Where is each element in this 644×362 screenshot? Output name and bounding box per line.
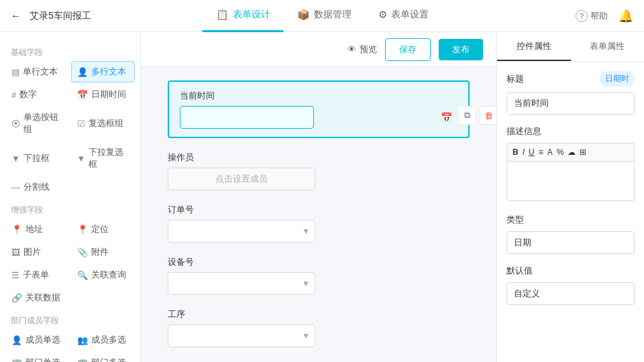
preview-icon: 👁 bbox=[347, 44, 356, 54]
order-no-select[interactable] bbox=[168, 220, 315, 243]
tab-widget-props[interactable]: 控件属性 bbox=[497, 32, 571, 61]
help-button[interactable]: ? 帮助 bbox=[576, 10, 608, 22]
multi-text-icon: 👤 bbox=[77, 67, 88, 77]
sidebar-item-image[interactable]: 🖼 图片 bbox=[5, 241, 70, 263]
bold-button[interactable]: B bbox=[513, 147, 519, 157]
device-no-label: 设备号 bbox=[168, 256, 470, 268]
enhanced-fields-title: 增强字段 bbox=[5, 200, 135, 219]
location-icon: 📍 bbox=[77, 225, 88, 235]
operator-label: 操作员 bbox=[168, 152, 470, 164]
sidebar: 基础字段 ▤ 单行文本 👤 多行文本 # 数字 📅 日期时间 bbox=[0, 32, 141, 362]
basic-fields-grid: ▤ 单行文本 👤 多行文本 # 数字 📅 日期时间 ⦿ 单选按钮组 bbox=[5, 61, 135, 198]
nav-right-actions: ? 帮助 🔔 bbox=[576, 9, 633, 23]
assoc-query-icon: 🔍 bbox=[77, 270, 88, 280]
datetime-icon: 📅 bbox=[77, 90, 88, 100]
order-no-label: 订单号 bbox=[168, 204, 470, 216]
right-panel: 控件属性 表单属性 标题 日期时 当前时间 描述信息 B bbox=[496, 32, 644, 362]
datetime-input-wrap: 📅 ⧉ 🗑 bbox=[180, 106, 458, 129]
checkbox-icon: ☑ bbox=[77, 119, 85, 129]
tab-form-props[interactable]: 表单属性 bbox=[571, 32, 645, 61]
save-button[interactable]: 保存 bbox=[385, 38, 431, 61]
sidebar-item-location[interactable]: 📍 定位 bbox=[71, 219, 136, 240]
rp-desc-toolbar: B I U ≡ A % ☁ ⊞ bbox=[506, 143, 635, 161]
sidebar-item-dept-multi[interactable]: 🏢 部门多选 bbox=[71, 352, 136, 362]
sidebar-item-member-single[interactable]: 👤 成员单选 bbox=[5, 329, 70, 351]
sidebar-item-checkbox[interactable]: ☑ 复选框组 bbox=[71, 107, 136, 140]
member-fields-title: 部门成员字段 bbox=[5, 311, 135, 329]
table-button[interactable]: ⊞ bbox=[580, 147, 586, 157]
sidebar-item-dropdown[interactable]: ▼ 下拉框 bbox=[5, 141, 70, 175]
sidebar-item-datetime[interactable]: 📅 日期时间 bbox=[71, 84, 136, 105]
sidebar-item-dropdown-multi[interactable]: ▼ 下拉复选框 bbox=[71, 141, 136, 175]
sidebar-item-number[interactable]: # 数字 bbox=[5, 84, 70, 105]
datetime-label: 当前时间 bbox=[180, 90, 458, 102]
copy-field-button[interactable]: ⧉ bbox=[458, 106, 476, 125]
top-nav: ← 艾录5车间报工 📋 表单设计 📦 数据管理 ⚙ 表单设置 ? 帮助 🔔 bbox=[0, 0, 644, 32]
data-management-icon: 📦 bbox=[297, 9, 310, 21]
tab-data-management[interactable]: 📦 数据管理 bbox=[284, 0, 365, 32]
number-icon: # bbox=[11, 90, 16, 100]
rp-default-section: 默认值 自定义 bbox=[506, 265, 635, 305]
rp-type-section: 类型 日期 bbox=[506, 214, 635, 254]
rp-type-label: 类型 bbox=[506, 214, 635, 226]
notification-button[interactable]: 🔔 bbox=[619, 9, 633, 23]
copy-icon: ⧉ bbox=[464, 110, 470, 121]
rp-default-value[interactable]: 自定义 bbox=[506, 282, 635, 305]
delete-field-button[interactable]: 🗑 bbox=[479, 106, 496, 125]
operator-member-input[interactable]: 点击设置成员 bbox=[168, 168, 315, 190]
field-process: 工序 ▼ bbox=[168, 308, 470, 347]
enhanced-fields-grid: 📍 地址 📍 定位 🖼 图片 📎 附件 ☰ 子表单 🔍 关联查询 bbox=[5, 219, 135, 308]
rp-desc-textarea[interactable] bbox=[506, 161, 635, 201]
preview-button[interactable]: 👁 预览 bbox=[347, 44, 377, 56]
tab-form-settings[interactable]: ⚙ 表单设置 bbox=[365, 0, 442, 32]
divider-icon: — bbox=[11, 182, 20, 192]
single-text-icon: ▤ bbox=[11, 67, 19, 77]
device-no-select-wrap: ▼ bbox=[168, 272, 315, 295]
percent-button[interactable]: % bbox=[557, 147, 564, 157]
sidebar-item-member-multi[interactable]: 👥 成员多选 bbox=[71, 329, 136, 351]
dropdown-multi-icon: ▼ bbox=[77, 154, 86, 164]
rp-type-value[interactable]: 日期 bbox=[506, 231, 635, 254]
address-icon: 📍 bbox=[11, 225, 22, 235]
member-multi-icon: 👥 bbox=[77, 335, 88, 345]
sidebar-item-divider[interactable]: — 分割线 bbox=[5, 176, 70, 198]
align-button[interactable]: ≡ bbox=[539, 147, 543, 157]
field-device-no: 设备号 ▼ bbox=[168, 256, 470, 295]
field-order-no: 订单号 ▼ bbox=[168, 204, 470, 243]
cloud-button[interactable]: ☁ bbox=[568, 147, 576, 157]
process-select[interactable] bbox=[168, 324, 315, 347]
device-no-select[interactable] bbox=[168, 272, 315, 295]
radio-icon: ⦿ bbox=[11, 119, 20, 129]
page-title: 艾录5车间报工 bbox=[30, 10, 91, 22]
form-settings-icon: ⚙ bbox=[378, 9, 387, 21]
sidebar-item-assoc-query[interactable]: 🔍 关联查询 bbox=[71, 264, 136, 286]
rp-title-section: 标题 日期时 当前时间 bbox=[506, 71, 635, 115]
sidebar-item-address[interactable]: 📍 地址 bbox=[5, 219, 70, 240]
italic-button[interactable]: I bbox=[523, 147, 525, 157]
rp-title-value[interactable]: 当前时间 bbox=[506, 92, 635, 115]
sidebar-item-dept-single[interactable]: 🏢 部门单选 bbox=[5, 352, 70, 362]
back-button[interactable]: ← bbox=[11, 10, 24, 22]
field-operator: 操作员 点击设置成员 bbox=[168, 152, 470, 190]
center-tabs: 📋 表单设计 📦 数据管理 ⚙ 表单设置 bbox=[203, 0, 442, 32]
process-label: 工序 bbox=[168, 308, 470, 320]
member-fields-grid: 👤 成员单选 👥 成员多选 🏢 部门单选 🏢 部门多选 bbox=[5, 329, 135, 362]
rp-desc-section: 描述信息 B I U ≡ A % ☁ ⊞ bbox=[506, 125, 635, 203]
tab-form-design[interactable]: 📋 表单设计 bbox=[203, 0, 284, 32]
rp-title-label: 标题 日期时 bbox=[506, 71, 635, 86]
help-icon: ? bbox=[576, 10, 588, 22]
sidebar-item-attachment[interactable]: 📎 附件 bbox=[71, 241, 136, 263]
datetime-input[interactable] bbox=[180, 106, 314, 129]
sidebar-item-multi-text[interactable]: 👤 多行文本 bbox=[71, 61, 136, 82]
rp-default-label: 默认值 bbox=[506, 265, 635, 277]
process-select-wrap: ▼ bbox=[168, 324, 315, 347]
sidebar-item-assoc-data[interactable]: 🔗 关联数据 bbox=[5, 287, 70, 308]
publish-button[interactable]: 发布 bbox=[439, 39, 483, 60]
subform-icon: ☰ bbox=[11, 270, 19, 280]
underline-button[interactable]: U bbox=[529, 147, 535, 157]
font-color-button[interactable]: A bbox=[547, 147, 553, 157]
main-layout: 基础字段 ▤ 单行文本 👤 多行文本 # 数字 📅 日期时间 bbox=[0, 32, 644, 362]
sidebar-item-single-text[interactable]: ▤ 单行文本 bbox=[5, 61, 70, 82]
sidebar-item-subform[interactable]: ☰ 子表单 bbox=[5, 264, 70, 286]
sidebar-item-radio[interactable]: ⦿ 单选按钮组 bbox=[5, 107, 70, 140]
